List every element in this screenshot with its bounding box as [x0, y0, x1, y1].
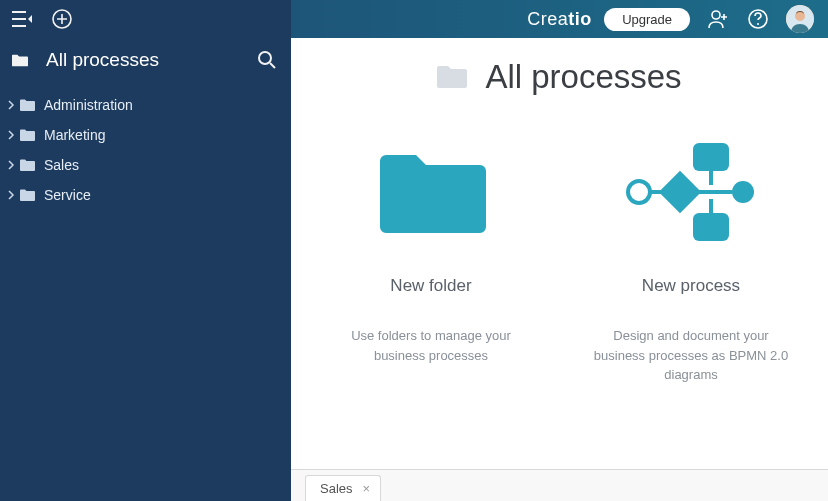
card-title: New folder [331, 276, 531, 296]
main: Creatio Upgrade All processes [291, 0, 828, 501]
add-user-icon[interactable] [706, 7, 730, 31]
svg-point-2 [712, 11, 720, 19]
folder-icon [20, 127, 36, 143]
svg-rect-8 [659, 171, 701, 213]
tree-item-marketing[interactable]: Marketing [0, 120, 291, 150]
new-process-icon [591, 132, 791, 252]
tab-label: Sales [320, 481, 353, 496]
tree-item-label: Marketing [44, 127, 105, 143]
card-desc: Design and document your business proces… [591, 326, 791, 385]
card-desc: Use folders to manage your business proc… [331, 326, 531, 365]
card-title: New process [591, 276, 791, 296]
folder-icon [20, 97, 36, 113]
menu-toggle-icon[interactable] [10, 7, 34, 31]
svg-point-1 [259, 52, 271, 64]
cards-row: New folder Use folders to manage your bu… [291, 132, 828, 385]
tab-sales[interactable]: Sales × [305, 475, 381, 501]
sidebar-title: All processes [46, 49, 159, 71]
chevron-right-icon [4, 98, 18, 112]
avatar[interactable] [786, 5, 814, 33]
content: All processes New folder Use folders to … [291, 38, 828, 501]
search-icon[interactable] [255, 48, 279, 72]
svg-point-7 [628, 181, 650, 203]
svg-point-9 [732, 181, 754, 203]
tree-item-label: Administration [44, 97, 133, 113]
tree-item-label: Sales [44, 157, 79, 173]
chevron-right-icon [4, 188, 18, 202]
page-title: All processes [485, 58, 681, 96]
folder-icon [12, 52, 28, 68]
topbar: Creatio Upgrade [291, 0, 828, 38]
sidebar-topbar [0, 0, 291, 38]
svg-point-4 [757, 23, 759, 25]
tree-item-sales[interactable]: Sales [0, 150, 291, 180]
folder-tree: Administration Marketing Sales Service [0, 86, 291, 214]
tree-item-administration[interactable]: Administration [0, 90, 291, 120]
sidebar: All processes Administration Marketing S… [0, 0, 291, 501]
close-icon[interactable]: × [363, 481, 371, 496]
folder-icon [20, 187, 36, 203]
sidebar-header: All processes [0, 38, 291, 86]
chevron-right-icon [4, 158, 18, 172]
svg-rect-11 [693, 213, 729, 241]
add-icon[interactable] [50, 7, 74, 31]
tree-item-label: Service [44, 187, 91, 203]
folder-icon [20, 157, 36, 173]
folder-icon [437, 65, 467, 89]
upgrade-button[interactable]: Upgrade [604, 8, 690, 31]
brand-logo: Creatio [527, 9, 592, 30]
tabs-bar: Sales × [291, 469, 828, 501]
svg-rect-10 [693, 143, 729, 171]
card-new-folder[interactable]: New folder Use folders to manage your bu… [331, 132, 531, 385]
chevron-right-icon [4, 128, 18, 142]
help-icon[interactable] [746, 7, 770, 31]
page-title-row: All processes [291, 58, 828, 96]
card-new-process[interactable]: New process Design and document your bus… [591, 132, 791, 385]
tree-item-service[interactable]: Service [0, 180, 291, 210]
new-folder-icon [331, 132, 531, 252]
